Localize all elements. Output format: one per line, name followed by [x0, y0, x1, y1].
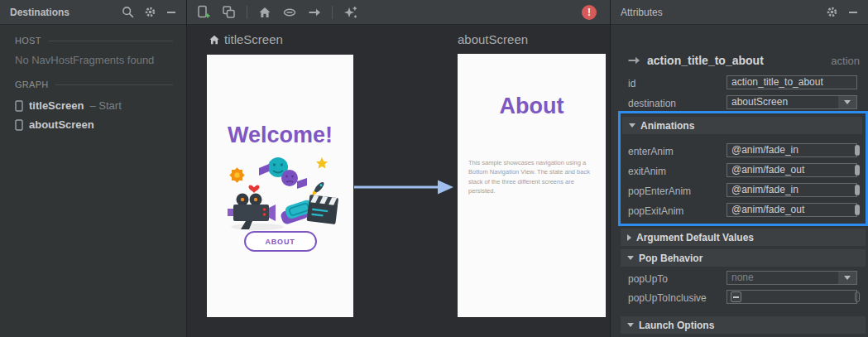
titlescreen-header-label: titleScreen — [224, 32, 283, 46]
attributes-panel-title: Attributes — [621, 7, 663, 18]
indeterminate-dash-icon — [733, 296, 739, 298]
auto-arrange-sparkle-icon[interactable] — [343, 5, 358, 20]
destination-phone-icon — [15, 119, 23, 131]
graph-section-text: GRAPH — [15, 79, 49, 89]
popupto-dropdown[interactable]: none — [727, 271, 857, 285]
exitanim-field[interactable]: @anim/fade_out — [727, 163, 857, 177]
destination-dropdown-value: aboutScreen — [731, 96, 788, 108]
destination-label: destination — [628, 98, 676, 109]
popuptoinclusive-field[interactable] — [727, 290, 857, 304]
action-transition-arrow[interactable] — [352, 178, 455, 196]
collapse-arrow-icon — [627, 323, 634, 327]
popenteranim-label: popEnterAnim — [628, 185, 691, 197]
attributes-body: action_title_to_about action id action_t… — [611, 25, 868, 337]
section-header-animations[interactable]: Animations — [622, 117, 862, 134]
popupto-dropdown-value: none — [731, 272, 754, 283]
destination-dropdown[interactable]: aboutScreen — [727, 95, 857, 109]
minimize-icon[interactable] — [848, 7, 858, 17]
section-title: Argument Default Values — [636, 232, 754, 243]
movie-illustration — [223, 150, 338, 233]
enteranim-field[interactable]: @anim/fade_in — [727, 143, 857, 157]
about-body-text: This sample showcases navigation using a… — [468, 158, 594, 195]
destinations-panel-title: Destinations — [10, 7, 70, 18]
destination-phone-icon — [15, 100, 23, 112]
aboutscreen-header[interactable]: aboutScreen — [458, 32, 528, 46]
gear-icon[interactable] — [144, 6, 156, 18]
exitanim-label: exitAnim — [628, 166, 666, 177]
section-title: Pop Behavior — [639, 253, 703, 264]
attributes-panel-header: Attributes — [611, 0, 868, 25]
aboutscreen-preview[interactable]: About This sample showcases navigation u… — [458, 54, 606, 317]
section-header-argument-default-values[interactable]: Argument Default Values — [621, 229, 866, 246]
popenteranim-field[interactable]: @anim/fade_in — [727, 183, 857, 197]
destinations-panel-header: Destinations — [0, 0, 186, 25]
dropdown-arrow-segment[interactable] — [838, 96, 856, 108]
canvas-toolbar: ! — [187, 0, 610, 25]
toolbar-separator — [247, 6, 247, 19]
popexitanim-resource-picker-button[interactable] — [855, 205, 860, 215]
chevron-down-icon — [844, 276, 851, 280]
assign-start-home-icon[interactable] — [258, 6, 271, 19]
popexitanim-label: popExitAnim — [628, 205, 683, 217]
titlescreen-preview[interactable]: Welcome! — [207, 55, 353, 317]
sidebar-item-titlescreen[interactable]: titleScreen – Start — [0, 96, 186, 115]
popexitanim-field[interactable]: @anim/fade_out — [727, 203, 857, 217]
selected-action-row: action_title_to_about action — [627, 51, 860, 70]
popenteranim-resource-picker-button[interactable] — [855, 185, 860, 195]
section-title: Launch Options — [639, 320, 714, 331]
section-header-pop-behavior[interactable]: Pop Behavior — [621, 249, 866, 267]
id-field[interactable]: action_title_to_about — [727, 75, 857, 89]
enteranim-resource-picker-button[interactable] — [855, 145, 860, 156]
destinations-panel: Destinations HOST No NavHostFragments fo… — [0, 0, 187, 337]
selected-action-name: action_title_to_about — [647, 54, 824, 67]
deep-link-icon[interactable] — [282, 6, 297, 19]
collapse-arrow-icon — [629, 123, 635, 128]
graph-section-label: GRAPH — [15, 79, 173, 89]
aboutscreen-header-label: aboutScreen — [458, 32, 528, 46]
about-title: About — [458, 94, 606, 119]
minimize-icon[interactable] — [166, 7, 176, 17]
id-label: id — [628, 78, 635, 89]
exitanim-resource-picker-button[interactable] — [855, 165, 860, 176]
action-arrow-icon[interactable] — [308, 6, 321, 19]
action-arrow-icon — [627, 54, 640, 67]
destination-suffix: – Start — [89, 99, 121, 112]
error-badge[interactable]: ! — [582, 5, 597, 20]
popuptoinclusive-resource-picker-button[interactable] — [855, 291, 860, 302]
destination-name: aboutScreen — [29, 118, 94, 131]
popuptoinclusive-checkbox-indeterminate[interactable] — [731, 291, 741, 302]
titlescreen-header[interactable]: titleScreen — [209, 32, 283, 46]
collapse-arrow-icon — [627, 256, 634, 260]
sidebar-item-aboutscreen[interactable]: aboutScreen — [0, 115, 186, 134]
popupto-label: popUpTo — [628, 273, 668, 285]
dropdown-arrow-segment[interactable] — [838, 272, 856, 284]
sunburst — [229, 167, 244, 182]
design-canvas: ! titleScreen Welcome! — [187, 0, 610, 337]
destination-name: titleScreen — [29, 99, 84, 112]
selected-action-type: action — [831, 55, 860, 67]
expand-arrow-icon — [627, 234, 631, 241]
search-icon[interactable] — [122, 6, 134, 18]
welcome-title: Welcome! — [207, 123, 353, 148]
chevron-down-icon — [844, 100, 851, 104]
gear-icon[interactable] — [826, 6, 838, 18]
enteranim-label: enterAnim — [628, 146, 674, 157]
toolbar-separator — [332, 6, 333, 19]
start-destination-home-icon — [209, 34, 220, 46]
about-button[interactable]: ABOUT — [244, 231, 317, 252]
nested-graph-icon[interactable] — [222, 5, 236, 19]
navigation-editor-window: Destinations HOST No NavHostFragments fo… — [0, 0, 868, 337]
section-title: Animations — [640, 120, 694, 132]
host-section-text: HOST — [15, 36, 41, 46]
section-header-launch-options[interactable]: Launch Options — [621, 316, 866, 334]
host-section-label: HOST — [15, 36, 173, 46]
attributes-panel: Attributes action_title_to_about action … — [610, 0, 868, 337]
new-destination-icon[interactable] — [197, 5, 211, 19]
popuptoinclusive-label: popUpToInclusive — [628, 292, 707, 304]
host-empty-message: No NavHostFragments found — [0, 54, 186, 66]
